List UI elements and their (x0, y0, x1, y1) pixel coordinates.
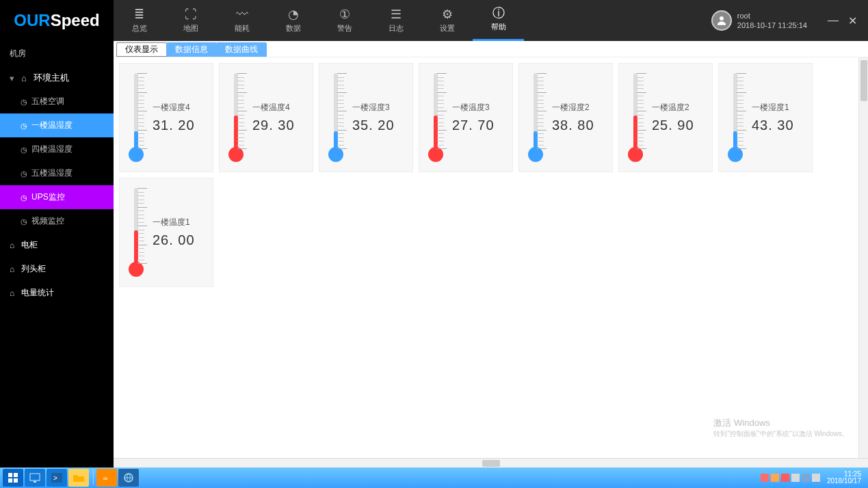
scroll-thumb[interactable] (860, 60, 867, 101)
scroll-thumb[interactable] (482, 460, 500, 467)
thermometer-bulb (228, 147, 244, 162)
vertical-scrollbar[interactable] (858, 57, 868, 458)
sidebar-group2-0[interactable]: 电柜 (0, 233, 114, 257)
logo-part2: Speed (51, 11, 100, 30)
sidebar-group2-1[interactable]: 列头柜 (0, 257, 114, 281)
sidebar-group2-label: 电量统计 (21, 287, 54, 299)
nav-item-5[interactable]: ☰日志 (370, 0, 421, 41)
taskbar-app-browser[interactable] (118, 469, 139, 487)
tray-icon[interactable] (791, 474, 800, 482)
nav-label: 能耗 (235, 23, 250, 33)
sidebar-group2-2[interactable]: 电量统计 (0, 281, 114, 305)
tray-icon[interactable] (761, 474, 769, 482)
house-icon (10, 288, 17, 298)
sidebar-item-0[interactable]: 五楼空调 (0, 90, 114, 113)
bullet-icon (21, 97, 27, 107)
tray-icon[interactable] (771, 474, 779, 482)
app-logo: OURSpeed (0, 0, 114, 41)
sidebar-item-3[interactable]: 五楼温湿度 (0, 161, 114, 185)
nav-item-2[interactable]: 〰能耗 (216, 0, 267, 41)
taskbar-app-explorer[interactable] (25, 469, 45, 487)
header-right: root 2018-10-17 11:25:14 — ✕ (711, 0, 868, 41)
tray-icon[interactable] (812, 474, 820, 482)
thermometer (719, 64, 752, 172)
taskbar-app-terminal[interactable]: > (47, 469, 67, 487)
bullet-icon (21, 121, 27, 131)
folder-icon (73, 474, 84, 482)
tab-2[interactable]: 数据曲线 (216, 42, 267, 57)
gauge-card-2: 一楼湿度335. 20 (319, 63, 413, 172)
tab-0[interactable]: 仪表显示 (116, 42, 167, 57)
content-area: 一楼湿度431. 20一楼温度429. 30一楼湿度335. 20一楼温度327… (114, 57, 868, 458)
sidebar-item-5[interactable]: 视频监控 (0, 209, 114, 233)
user-block: root 2018-10-17 11:25:14 (737, 11, 807, 31)
gauge-text: 一楼湿度143. 30 (752, 102, 812, 133)
sidebar-item-label: UPS监控 (31, 191, 65, 203)
gauge-value: 35. 20 (352, 118, 408, 133)
gauge-card-6: 一楼湿度143. 30 (718, 63, 813, 172)
svg-rect-3 (8, 478, 12, 483)
svg-rect-4 (14, 478, 18, 483)
monitor-icon (29, 473, 40, 483)
thermometer-bulb (129, 147, 144, 162)
thermometer-bulb (328, 147, 343, 162)
tray-ime-icon[interactable] (802, 474, 810, 482)
nav-icon: ≣ (134, 8, 144, 21)
nav-icon: ⚙ (442, 8, 453, 21)
gauge-text: 一楼湿度335. 20 (352, 102, 412, 133)
taskbar-app-files[interactable] (68, 469, 89, 487)
sidebar-item-label: 一楼温湿度 (31, 120, 73, 131)
nav-label: 总览 (132, 23, 147, 33)
thermometer-ticks (337, 73, 347, 148)
sidebar-group2-label: 列头柜 (21, 263, 46, 275)
thermometer-ticks (737, 73, 746, 148)
nav-item-3[interactable]: ◔数据 (267, 0, 319, 41)
gauge-text: 一楼温度225. 90 (652, 102, 712, 133)
tab-1[interactable]: 数据信息 (166, 42, 217, 57)
nav-item-4[interactable]: ①警告 (319, 0, 370, 41)
gauge-value: 38. 80 (552, 118, 608, 133)
taskbar-divider (93, 470, 94, 485)
taskbar-clock[interactable]: 11:25 2018/10/17 (827, 471, 865, 485)
app-header: OURSpeed ≣总览⛶地图〰能耗◔数据①警告☰日志⚙设置ⓘ帮助 root 2… (0, 0, 868, 41)
sidebar-item-label: 视频监控 (31, 215, 64, 227)
avatar[interactable] (711, 10, 732, 31)
gauge-value: 43. 30 (752, 118, 808, 133)
sidebar-group-env[interactable]: 环境主机 (0, 66, 114, 90)
gauge-card-4: 一楼湿度238. 80 (518, 63, 613, 172)
sidebar-item-1[interactable]: 一楼温湿度 (0, 113, 114, 137)
sidebar-item-2[interactable]: 四楼温湿度 (0, 137, 114, 161)
svg-rect-5 (30, 474, 40, 480)
clock-date: 2018/10/17 (827, 478, 861, 485)
house-icon (21, 73, 29, 83)
caret-down-icon (10, 73, 17, 83)
start-button[interactable] (3, 469, 23, 487)
watermark-line1: 激活 Windows (713, 417, 849, 429)
content-tabs: 仪表显示数据信息数据曲线 (114, 41, 868, 57)
taskbar: > ∞ 11:25 2018/10/17 (0, 467, 868, 488)
taskbar-app-xampp[interactable]: ∞ (96, 469, 117, 487)
horizontal-scrollbar[interactable] (114, 458, 868, 467)
nav-item-1[interactable]: ⛶地图 (165, 0, 216, 41)
thermometer (120, 178, 153, 286)
house-icon (10, 241, 17, 250)
svg-rect-1 (8, 473, 12, 477)
svg-rect-6 (34, 481, 36, 483)
sidebar-item-4[interactable]: UPS监控 (0, 185, 114, 209)
tray-icon[interactable] (781, 474, 789, 482)
nav-label: 设置 (440, 23, 455, 33)
system-tray[interactable] (761, 474, 820, 482)
thermometer-bulb (428, 147, 443, 162)
top-nav: ≣总览⛶地图〰能耗◔数据①警告☰日志⚙设置ⓘ帮助 (114, 0, 524, 41)
thermometer (419, 64, 452, 172)
thermometer (319, 64, 352, 172)
thermometer-ticks (137, 188, 147, 263)
windows-icon (8, 472, 18, 483)
nav-item-0[interactable]: ≣总览 (114, 0, 165, 41)
nav-item-7[interactable]: ⓘ帮助 (473, 0, 524, 41)
nav-label: 帮助 (491, 22, 506, 32)
minimize-button[interactable]: — (828, 14, 839, 27)
nav-item-6[interactable]: ⚙设置 (421, 0, 473, 41)
close-button[interactable]: ✕ (848, 14, 857, 27)
svg-rect-2 (14, 473, 18, 477)
